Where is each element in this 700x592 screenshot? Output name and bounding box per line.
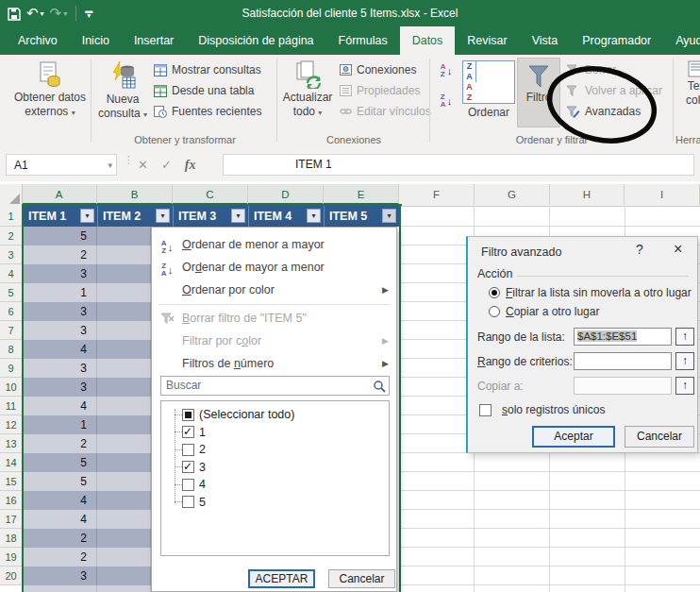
- row-header-9[interactable]: 9: [0, 359, 22, 378]
- tab-programador[interactable]: Programador: [570, 26, 663, 55]
- cell-A3[interactable]: 2: [24, 245, 97, 264]
- sort-button[interactable]: ZAAZ Ordenar: [462, 60, 515, 120]
- cell-B4-partial[interactable]: [97, 264, 151, 283]
- collapse-dialog-icon[interactable]: ↑: [675, 352, 694, 370]
- collapse-dialog-icon[interactable]: ↑: [675, 377, 694, 395]
- radio-copy-to[interactable]: Copiar a otro lugar: [489, 305, 599, 318]
- column-header-E[interactable]: E: [324, 184, 399, 205]
- cell-A2[interactable]: 5: [24, 227, 97, 245]
- row-header-12[interactable]: 12: [0, 415, 22, 434]
- filter-search-box[interactable]: Buscar: [160, 376, 390, 396]
- cell-A15[interactable]: 5: [24, 472, 97, 491]
- unique-records-checkbox[interactable]: solo registros únicos: [479, 403, 605, 416]
- filter-ok-button[interactable]: ACEPTAR: [248, 569, 315, 588]
- filter-cancel-button[interactable]: Cancelar: [328, 569, 395, 588]
- tab-ayuda[interactable]: Ayuda: [663, 26, 700, 55]
- row-header-5[interactable]: 5: [0, 283, 22, 302]
- from-table-item[interactable]: Desde una tabla: [154, 84, 254, 97]
- radio-filter-in-place[interactable]: Filtrar la lista sin moverla a otro luga…: [489, 286, 692, 299]
- cell-A16[interactable]: 4: [24, 491, 97, 510]
- row-header-18[interactable]: 18: [0, 529, 22, 548]
- tab-f-rmulas[interactable]: Fórmulas: [326, 26, 400, 55]
- cell-B16-partial[interactable]: [97, 491, 151, 510]
- filter-button[interactable]: Filtro: [517, 58, 560, 127]
- row-header-4[interactable]: 4: [0, 264, 22, 283]
- close-icon[interactable]: ×: [674, 241, 682, 258]
- cell-A12[interactable]: 1: [24, 415, 97, 434]
- sort-ascending-button[interactable]: AZ↓: [435, 60, 458, 81]
- recent-sources-item[interactable]: Fuentes recientes: [154, 105, 261, 118]
- filter-dropdown-button-item-3[interactable]: ▾: [231, 209, 245, 223]
- table-header-item-5[interactable]: ITEM 5▾: [324, 206, 399, 227]
- cell-A7[interactable]: 3: [24, 321, 97, 340]
- cell-A8[interactable]: 4: [24, 340, 97, 359]
- row-header-1[interactable]: 1: [0, 206, 22, 227]
- name-box-dropdown-icon[interactable]: ▾: [108, 155, 112, 177]
- cell-A6[interactable]: 3: [24, 302, 97, 321]
- connections-item[interactable]: Conexiones: [340, 63, 416, 76]
- collapse-dialog-icon[interactable]: ↑: [675, 328, 694, 346]
- column-header-H[interactable]: H: [550, 184, 625, 205]
- formula-input[interactable]: [223, 154, 694, 176]
- cell-B14-partial[interactable]: [97, 453, 151, 472]
- table-header-item-4[interactable]: ITEM 4▾: [248, 206, 324, 227]
- cell-B8-partial[interactable]: [97, 340, 151, 359]
- cell-B13-partial[interactable]: [97, 434, 151, 453]
- column-header-I[interactable]: I: [625, 184, 700, 205]
- row-header-15[interactable]: 15: [0, 472, 22, 491]
- column-header-F[interactable]: F: [399, 184, 475, 205]
- cell-A4[interactable]: 3: [24, 264, 97, 283]
- row-header-3[interactable]: 3: [0, 245, 22, 264]
- dialog-ok-button[interactable]: Aceptar: [532, 426, 615, 448]
- text-to-columns-button[interactable]: Tex colu: [677, 60, 700, 108]
- show-queries-item[interactable]: Mostrar consultas: [154, 63, 261, 76]
- tab-datos[interactable]: Datos: [400, 26, 456, 55]
- cell-B5-partial[interactable]: [97, 283, 151, 302]
- filter-dropdown-button-item-1[interactable]: ▾: [80, 209, 94, 223]
- cell-B6-partial[interactable]: [97, 302, 151, 321]
- select-all-corner[interactable]: [0, 184, 23, 206]
- filter-value-1[interactable]: 1: [161, 424, 389, 441]
- cell-A5[interactable]: 1: [24, 283, 97, 302]
- name-box[interactable]: A1 ▾: [6, 154, 117, 176]
- help-icon[interactable]: ?: [636, 242, 643, 257]
- cell-B15-partial[interactable]: [97, 472, 151, 491]
- tab-vista[interactable]: Vista: [520, 26, 571, 55]
- menu-item-sort-ascending[interactable]: AZ↓ Ordenar de menor a mayor: [152, 233, 396, 256]
- row-header-16[interactable]: 16: [0, 491, 22, 510]
- tab-disposici-n-de-p-gina[interactable]: Disposición de página: [186, 26, 325, 55]
- get-external-data-button[interactable]: Obtener datos externos ▾: [13, 60, 87, 120]
- row-header-8[interactable]: 8: [0, 340, 22, 359]
- cell-row21-partial[interactable]: [97, 585, 151, 592]
- filter-dropdown-button-item-5[interactable]: ▾: [382, 209, 396, 223]
- cell-B3-partial[interactable]: [97, 245, 151, 264]
- cancel-entry-icon[interactable]: ✕: [138, 158, 148, 172]
- cell-A17[interactable]: 4: [24, 510, 97, 529]
- column-header-G[interactable]: G: [475, 184, 550, 205]
- filter-value-5[interactable]: 5: [161, 494, 389, 511]
- table-header-item-2[interactable]: ITEM 2▾: [97, 206, 173, 227]
- row-header-20[interactable]: 20: [0, 567, 22, 585]
- cell-B7-partial[interactable]: [97, 321, 151, 340]
- filter-value-4[interactable]: 4: [161, 476, 389, 493]
- new-query-button[interactable]: Nueva consulta ▾: [96, 60, 149, 122]
- filter-value-2[interactable]: 2: [161, 441, 389, 458]
- column-header-C[interactable]: C: [173, 184, 248, 205]
- criteria-range-input[interactable]: [574, 352, 672, 370]
- cell-B10-partial[interactable]: [97, 378, 151, 397]
- cell-B9-partial[interactable]: [97, 359, 151, 378]
- cell-A18[interactable]: 2: [24, 529, 97, 548]
- cell-B18-partial[interactable]: [97, 529, 151, 548]
- row-header-10[interactable]: 10: [0, 378, 22, 397]
- column-header-B[interactable]: B: [97, 184, 173, 205]
- row-header-19[interactable]: 19: [0, 548, 22, 567]
- list-range-input[interactable]: $A$1:$E$51: [574, 328, 672, 346]
- insert-function-icon[interactable]: fx: [185, 158, 196, 173]
- table-header-item-3[interactable]: ITEM 3▾: [173, 206, 248, 227]
- cell-A20[interactable]: 3: [24, 567, 97, 585]
- filter-value-3[interactable]: 3: [161, 459, 389, 476]
- row-header-2[interactable]: 2: [0, 227, 22, 245]
- cell-A14[interactable]: 5: [24, 453, 97, 472]
- row-header-17[interactable]: 17: [0, 510, 22, 529]
- menu-item-sort-by-color[interactable]: Ordenar por color ▶: [152, 279, 396, 301]
